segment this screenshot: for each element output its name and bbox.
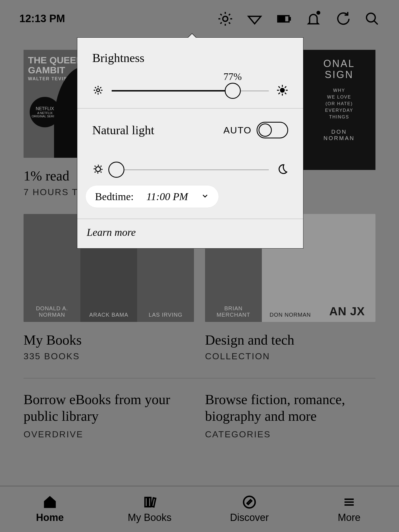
bedtime-selector[interactable]: Bedtime: 11:00 PM — [86, 185, 219, 208]
svg-line-19 — [95, 87, 96, 88]
status-bar: 12:13 PM — [0, 0, 399, 37]
natural-light-thumb[interactable] — [108, 162, 124, 178]
nav-home[interactable]: Home — [0, 486, 100, 532]
sun-icon — [92, 163, 104, 176]
brightness-value-label: 77% — [224, 71, 242, 82]
bedtime-value: 11:00 PM — [146, 190, 188, 203]
notification-icon[interactable] — [306, 11, 321, 26]
moon-icon — [277, 163, 288, 176]
search-icon[interactable] — [365, 11, 380, 26]
link-overdrive[interactable]: Borrow eBooks from your public library O… — [24, 391, 194, 440]
wifi-icon[interactable] — [247, 11, 262, 26]
link-categories[interactable]: Browse fiction, romance, biography and m… — [205, 391, 375, 440]
natural-light-title: Natural light — [92, 123, 154, 137]
brightness-thumb[interactable] — [225, 83, 241, 99]
svg-rect-33 — [145, 497, 147, 507]
svg-line-8 — [229, 14, 230, 15]
svg-line-13 — [374, 20, 378, 24]
nav-discover[interactable]: Discover — [200, 486, 299, 532]
svg-marker-37 — [247, 500, 252, 504]
bedtime-label: Bedtime: — [95, 190, 134, 203]
brightness-title: Brightness — [92, 51, 288, 65]
svg-line-3 — [220, 14, 222, 15]
svg-point-23 — [280, 88, 284, 92]
chevron-down-icon — [201, 192, 209, 201]
current-book-title-2: GAMBIT — [28, 65, 65, 75]
brightness-popover: Brightness 77% Natural light — [77, 37, 303, 249]
auto-label: AUTO — [223, 125, 252, 136]
bottom-nav: Home My Books Discover More — [0, 486, 399, 532]
svg-rect-35 — [152, 498, 156, 507]
brightness-icon[interactable] — [218, 11, 233, 26]
svg-line-20 — [100, 92, 101, 94]
svg-line-29 — [285, 93, 286, 94]
svg-line-7 — [220, 22, 222, 24]
svg-line-22 — [100, 87, 101, 88]
nav-my-books[interactable]: My Books — [100, 486, 200, 532]
svg-rect-11 — [279, 17, 285, 21]
svg-point-36 — [244, 496, 255, 508]
auto-toggle[interactable] — [257, 122, 288, 138]
svg-line-30 — [278, 93, 280, 94]
svg-point-32 — [96, 167, 101, 172]
svg-line-31 — [285, 86, 286, 88]
learn-more-link[interactable]: Learn more — [77, 219, 303, 248]
svg-line-4 — [229, 22, 230, 24]
svg-point-12 — [367, 13, 375, 22]
svg-line-21 — [95, 92, 96, 94]
sync-icon[interactable] — [335, 11, 350, 26]
svg-point-0 — [223, 16, 228, 21]
brightness-high-icon — [277, 84, 288, 97]
shelf-subtitle: COLLECTION — [205, 351, 375, 361]
shelf-subtitle: 335 BOOKS — [24, 351, 194, 361]
svg-line-28 — [278, 86, 280, 88]
svg-rect-10 — [289, 17, 290, 20]
recent-book-cover[interactable]: ONAL SIGN WHY WE LOVE (OR HATE) EVERYDAY… — [303, 50, 375, 170]
brightness-low-icon — [92, 84, 104, 97]
shelf-title: My Books — [24, 332, 194, 348]
brightness-slider[interactable]: 77% — [92, 84, 288, 97]
status-time: 12:13 PM — [19, 13, 65, 25]
svg-point-14 — [97, 89, 100, 92]
shelf-title: Design and tech — [205, 332, 375, 348]
svg-rect-34 — [149, 497, 151, 507]
battery-icon[interactable] — [277, 11, 291, 26]
natural-light-slider[interactable] — [92, 163, 288, 176]
nav-more[interactable]: More — [299, 486, 399, 532]
